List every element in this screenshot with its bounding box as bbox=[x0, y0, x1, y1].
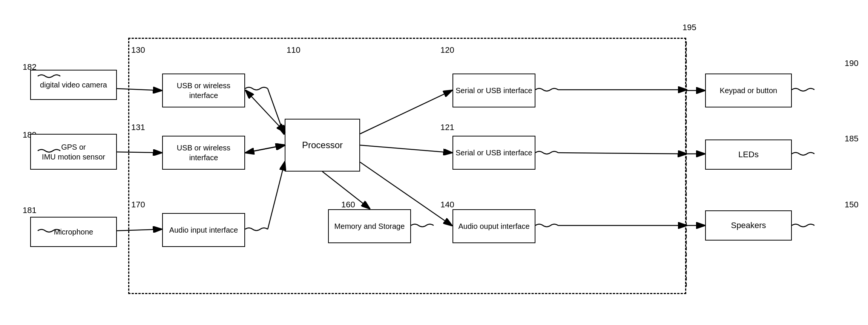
box-microphone: Microphone bbox=[30, 217, 117, 247]
box-audio-input: Audio input interface bbox=[162, 213, 245, 247]
box-serial-usb-1: Serial or USB interface bbox=[452, 74, 535, 107]
box-keypad-button: Keypad or button bbox=[705, 74, 792, 107]
label-150: 150 bbox=[845, 200, 859, 210]
box-usb-wireless-1: USB or wireless interface bbox=[162, 74, 245, 107]
box-memory-storage: Memory and Storage bbox=[328, 209, 411, 243]
box-leds: LEDs bbox=[705, 140, 792, 170]
box-processor: Processor bbox=[285, 119, 360, 172]
label-185: 185 bbox=[845, 134, 859, 144]
label-190: 190 bbox=[845, 58, 859, 68]
box-digital-video-camera: digital video camera bbox=[30, 70, 117, 100]
box-serial-usb-2: Serial or USB interface bbox=[452, 136, 535, 170]
box-audio-output: Audio ouput interface bbox=[452, 209, 535, 243]
box-gps-imu: GPS or IMU motion sensor bbox=[30, 134, 117, 170]
box-speakers: Speakers bbox=[705, 210, 792, 241]
label-195: 195 bbox=[682, 23, 696, 32]
box-usb-wireless-2: USB or wireless interface bbox=[162, 136, 245, 170]
label-181: 181 bbox=[23, 205, 37, 215]
diagram: 182 180 181 130 131 170 110 120 121 140 … bbox=[0, 0, 868, 325]
